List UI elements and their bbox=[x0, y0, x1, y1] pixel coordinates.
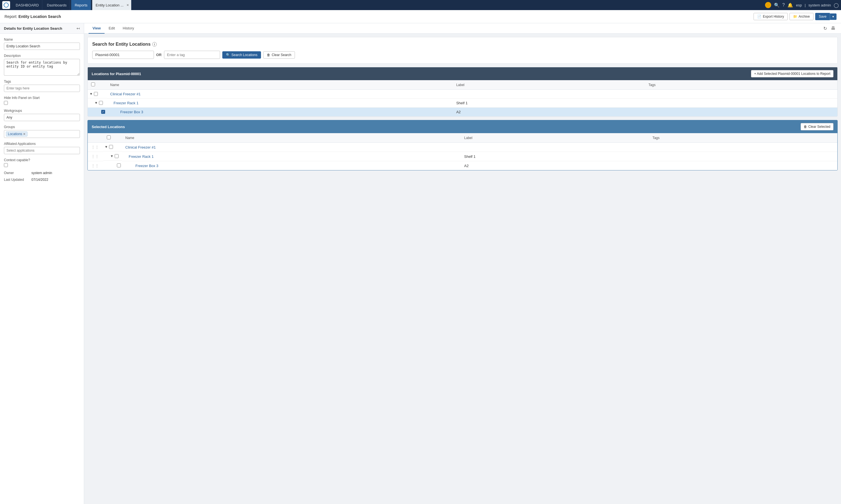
info-icon[interactable]: i bbox=[152, 42, 157, 47]
sidebar: Details for Entity Location Search ↤ Nam… bbox=[0, 23, 84, 504]
drag-handle-icon[interactable]: ⋮⋮ bbox=[91, 154, 99, 159]
sel-name-cell: Clinical Freezer #1 bbox=[122, 143, 461, 152]
drag-handle-icon[interactable]: ⋮⋮ bbox=[91, 163, 99, 168]
select-all-selected-checkbox[interactable] bbox=[107, 136, 111, 139]
row-name-link[interactable]: Freezer Rack 1 bbox=[113, 101, 139, 105]
sel-name-cell: Freezer Box 3 bbox=[122, 161, 461, 170]
report-actions: 📄 Export History 📁 Archive Save ▼ bbox=[753, 13, 837, 20]
entity-id-input[interactable] bbox=[92, 51, 154, 59]
save-dropdown-button[interactable]: ▼ bbox=[830, 14, 837, 20]
row-label-cell: Shelf 1 bbox=[453, 99, 645, 108]
sel-check-cell: ▼ bbox=[104, 143, 122, 151]
archive-button[interactable]: 📁 Archive bbox=[789, 13, 813, 20]
nav-tab-dashboard[interactable]: DASHBOARD bbox=[12, 0, 42, 10]
groups-field[interactable]: Locations ✕ bbox=[4, 130, 80, 138]
select-all-checkbox[interactable] bbox=[91, 83, 95, 86]
search-icon-btn: 🔍 bbox=[226, 53, 230, 57]
owner-label: Owner bbox=[4, 171, 29, 175]
expand-arrow-icon[interactable]: ▼ bbox=[110, 154, 113, 158]
sel-row-checkbox[interactable] bbox=[109, 145, 113, 149]
tag-search-input[interactable] bbox=[164, 51, 220, 59]
context-label: Context capable? bbox=[4, 158, 80, 162]
name-input[interactable] bbox=[4, 42, 80, 50]
workgroups-field-row: Workgroups bbox=[4, 109, 80, 121]
row-name-link[interactable]: Clinical Freezer #1 bbox=[110, 92, 140, 96]
add-to-report-button[interactable]: + Add Selected Plasmid-00001 Locations t… bbox=[751, 70, 834, 77]
nav-tab-reports[interactable]: Reports bbox=[71, 0, 91, 10]
user-avatar bbox=[765, 2, 771, 8]
th-drag bbox=[88, 133, 104, 143]
table-row: ▼ Freezer Rack 1 Shelf 1 bbox=[88, 99, 837, 108]
sel-name-link[interactable]: Freezer Rack 1 bbox=[129, 155, 154, 159]
name-label: Name bbox=[4, 38, 80, 41]
search-locations-button[interactable]: 🔍 Search Locations bbox=[222, 51, 261, 59]
th-name: Name bbox=[107, 80, 453, 90]
sel-check-cell: ▼ bbox=[104, 152, 122, 161]
table-row: ✓ Freezer Box 3 A2 bbox=[88, 108, 837, 116]
print-button[interactable]: 🖶 bbox=[830, 25, 837, 32]
search-section-title: Search for Entity Locations i bbox=[92, 42, 833, 47]
save-button[interactable]: Save bbox=[815, 13, 830, 20]
dashboard-logo[interactable] bbox=[2, 1, 10, 9]
nav-tab-dashboards[interactable]: Dashboards bbox=[43, 0, 70, 10]
drag-cell: ⋮⋮ bbox=[88, 143, 104, 152]
tab-history[interactable]: History bbox=[119, 23, 138, 34]
clear-icon: 🗑 bbox=[267, 53, 270, 57]
separator: | bbox=[805, 3, 805, 7]
selected-table-body: ⋮⋮ ▼ Clinical Freezer #1 bbox=[88, 143, 837, 170]
row-checkbox[interactable] bbox=[94, 92, 98, 96]
sel-name-link[interactable]: Clinical Freezer #1 bbox=[125, 145, 156, 149]
clear-search-button[interactable]: 🗑 Clear Search bbox=[263, 51, 295, 59]
selected-title: Selected Locations bbox=[92, 125, 125, 129]
results-table: Name Label Tags bbox=[88, 80, 837, 116]
context-checkbox[interactable] bbox=[4, 163, 8, 167]
user-menu-icon[interactable]: ◯ bbox=[834, 2, 839, 8]
results-add-action: + Add Selected Plasmid-00001 Locations t… bbox=[751, 70, 834, 77]
name-field-row: Name bbox=[4, 38, 80, 50]
row-name-cell: Freezer Box 3 bbox=[107, 108, 453, 116]
last-updated-row: Last Updated 07/14/2022 bbox=[4, 178, 80, 182]
selected-actions: 🗑 Clear Selected bbox=[801, 123, 834, 130]
content-area: View Edit History ↻ 🖶 Search for Entity … bbox=[84, 23, 841, 504]
nav-tab-entity-location[interactable]: Entity Location ... ✕ bbox=[92, 0, 131, 10]
remove-groups-tag[interactable]: ✕ bbox=[23, 132, 25, 136]
expand-arrow-icon[interactable]: ▼ bbox=[89, 92, 93, 96]
tab-view[interactable]: View bbox=[89, 23, 105, 34]
refresh-button[interactable]: ↻ bbox=[822, 25, 828, 32]
tags-label: Tags bbox=[4, 79, 80, 84]
row-checkbox[interactable] bbox=[99, 101, 103, 105]
trash-icon: 🗑 bbox=[804, 125, 807, 129]
collapse-sidebar-button[interactable]: ↤ bbox=[76, 26, 80, 31]
sel-row-checkbox[interactable] bbox=[115, 154, 119, 158]
workgroups-input[interactable] bbox=[4, 114, 80, 121]
description-textarea[interactable] bbox=[4, 59, 80, 76]
clear-selected-button[interactable]: 🗑 Clear Selected bbox=[801, 123, 834, 130]
drag-handle-icon[interactable]: ⋮⋮ bbox=[91, 145, 99, 149]
hide-info-checkbox[interactable] bbox=[4, 101, 8, 105]
export-history-button[interactable]: 📄 Export History bbox=[753, 13, 787, 20]
owner-value: system admin bbox=[31, 171, 52, 175]
expand-arrow-icon[interactable]: ▼ bbox=[94, 101, 98, 105]
row-name-link[interactable]: Freezer Box 3 bbox=[120, 110, 143, 114]
affiliated-input[interactable] bbox=[4, 147, 80, 154]
search-icon[interactable]: 🔍 bbox=[774, 2, 780, 8]
tab-edit[interactable]: Edit bbox=[105, 23, 119, 34]
notifications-icon[interactable]: 🔔 bbox=[787, 2, 793, 8]
results-panel: Locations for Plasmid-00001 + Add Select… bbox=[88, 67, 838, 116]
tags-input[interactable] bbox=[4, 85, 80, 92]
checked-checkbox[interactable]: ✓ bbox=[101, 110, 105, 114]
hide-info-row: Hide Info Panel on Start bbox=[4, 96, 80, 105]
sel-row-checkbox[interactable] bbox=[117, 163, 121, 167]
th-name-sel: Name bbox=[122, 133, 461, 143]
close-tab-icon[interactable]: ✕ bbox=[126, 3, 129, 7]
groups-field-row: Groups Locations ✕ bbox=[4, 125, 80, 138]
th-select-all-sel bbox=[104, 133, 122, 143]
expand-arrow-icon[interactable]: ▼ bbox=[105, 145, 108, 149]
help-icon[interactable]: ? bbox=[783, 2, 785, 7]
selected-table-head: Name Label Tags bbox=[88, 133, 837, 143]
list-item: ⋮⋮ Freezer Box 3 A2 bbox=[88, 161, 837, 170]
row-tags-cell bbox=[645, 90, 837, 99]
sel-name-link[interactable]: Freezer Box 3 bbox=[136, 164, 158, 168]
sel-tags-cell bbox=[649, 161, 837, 170]
th-select-all bbox=[88, 80, 107, 90]
